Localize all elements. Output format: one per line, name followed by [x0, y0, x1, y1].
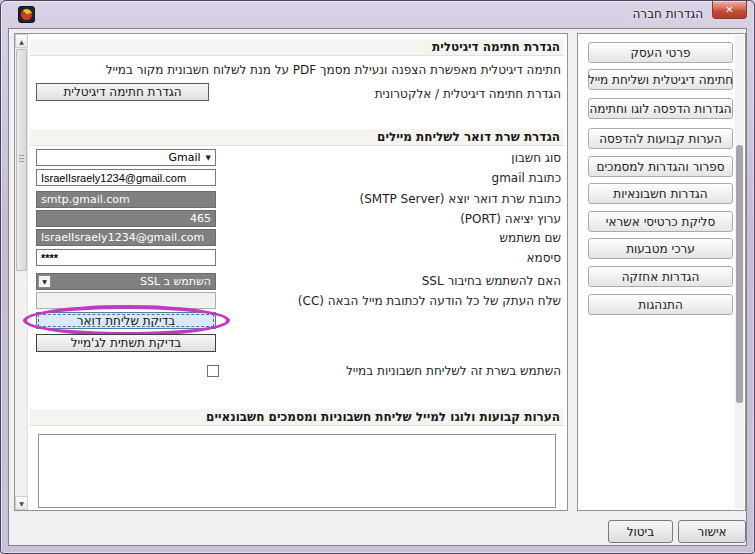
password-input[interactable] — [36, 249, 216, 266]
scroll-down-button[interactable]: ▼ — [15, 496, 28, 510]
close-button[interactable]: ✕ — [712, 1, 747, 19]
chevron-down-icon: ▼ — [38, 275, 51, 288]
gmail-address-input[interactable] — [36, 169, 216, 186]
username-label: שם משתמש — [500, 231, 561, 245]
password-label: סיסמא — [527, 251, 561, 265]
scroll-down-icon: ▼ — [19, 500, 24, 507]
sidebar-item-maintenance-settings[interactable]: הגדרות אחזקה — [588, 266, 733, 287]
scroll-thumb[interactable] — [16, 49, 27, 271]
section-header-digital-signature: הגדרת חתימה דיגיטלית — [30, 39, 564, 56]
test-send-mail-button[interactable]: בדיקת שליחת דואר — [36, 312, 216, 329]
sidebar-item-currency-values[interactable]: ערכי מטבעות — [588, 238, 733, 259]
company-settings-dialog: הגדרות חברה ✕ ▲ ▼ הגדרת חתימה דיגיטלית ח… — [0, 0, 755, 554]
scroll-grip-icon — [19, 155, 24, 162]
smtp-server-field: smtp.gmail.com — [36, 191, 216, 208]
account-type-value: Gmail — [169, 151, 201, 164]
pie-chart-icon — [21, 9, 32, 20]
gmail-address-label: כתובת gmail — [492, 171, 561, 185]
account-type-label: סוג חשבון — [511, 151, 561, 165]
sidebar-item-document-numbering[interactable]: ספרור והגדרות למסמכים — [588, 156, 733, 177]
username-field: IsraelIsraely1234@gmail.com — [36, 229, 216, 246]
use-server-label: השתמש בשרת זה לשליחת חשבוניות במייל — [346, 364, 561, 378]
account-type-select[interactable]: Gmail ▼ — [36, 149, 216, 166]
window-icon — [18, 6, 35, 23]
digital-signature-setup-button[interactable]: הגדרת חתימה דיגיטלית — [36, 83, 209, 101]
main-settings-panel: ▲ ▼ הגדרת חתימה דיגיטלית חתימה דיגיטלית … — [14, 33, 568, 511]
cancel-button[interactable]: ביטול — [608, 520, 673, 543]
sidebar-scrollbar[interactable] — [735, 35, 744, 509]
sidebar-item-behavior[interactable]: התנהגות — [588, 294, 733, 315]
scroll-up-button[interactable]: ▲ — [15, 34, 28, 48]
sidebar-panel: פרטי העסק חתימה דיגיטלית ושליחת מייל הגד… — [577, 33, 746, 511]
scroll-up-icon: ▲ — [19, 38, 24, 45]
sidebar-item-print-logo-signature[interactable]: הגדרות הדפסה לוגו וחתימה — [588, 98, 733, 119]
sidebar-scroll-thumb[interactable] — [736, 145, 743, 403]
test-gmail-infra-button[interactable]: בדיקת תשתית לג'מייל — [36, 334, 216, 352]
section-header-mail-server: הגדרת שרת דואר לשליחת מיילים — [30, 129, 564, 146]
digital-signature-setup-label: הגדרת חתימה דיגיטלית / אלקטרונית — [375, 87, 561, 101]
notes-textarea[interactable] — [38, 434, 556, 508]
sidebar-item-accounting-settings[interactable]: הגדרות חשבונאיות — [588, 183, 733, 204]
sidebar-item-business-details[interactable]: פרטי העסק — [588, 42, 733, 63]
ssl-label: האם להשתמש בחיבור SSL — [422, 274, 561, 288]
use-server-checkbox[interactable] — [207, 365, 219, 377]
smtp-server-label: כתובת שרת דואר יוצא (SMTP Server) — [359, 192, 561, 206]
port-label: ערוץ יציאה (PORT) — [460, 212, 561, 226]
ssl-value: השתמש ב SSL — [140, 275, 211, 288]
port-field: 465 — [36, 210, 216, 227]
close-icon: ✕ — [725, 4, 733, 15]
ssl-select[interactable]: השתמש ב SSL ▼ — [36, 273, 216, 290]
main-vertical-scrollbar[interactable]: ▲ ▼ — [15, 34, 28, 510]
ok-button[interactable]: אישור — [678, 520, 746, 543]
chevron-down-icon: ▼ — [206, 154, 211, 162]
sidebar-item-digital-signature-mail[interactable]: חתימה דיגיטלית ושליחת מייל — [588, 69, 733, 90]
sidebar-item-credit-card-clearing[interactable]: סליקת כרטיסי אשראי — [588, 211, 733, 232]
cc-label: שלח העתק של כל הודעה לכתובת מייל הבאה (C… — [298, 294, 561, 308]
sidebar-item-fixed-print-notes[interactable]: הערות קבועות להדפסה — [588, 128, 733, 149]
section-header-notes: הערות קבועות ולוגו למייל שליחת חשבוניות … — [30, 409, 564, 426]
window-title: הגדרות חברה — [633, 7, 703, 21]
cc-field[interactable] — [36, 292, 216, 309]
digital-signature-description: חתימה דיגיטלית מאפשרת הצפנה ונעילת מסמך … — [106, 63, 561, 77]
